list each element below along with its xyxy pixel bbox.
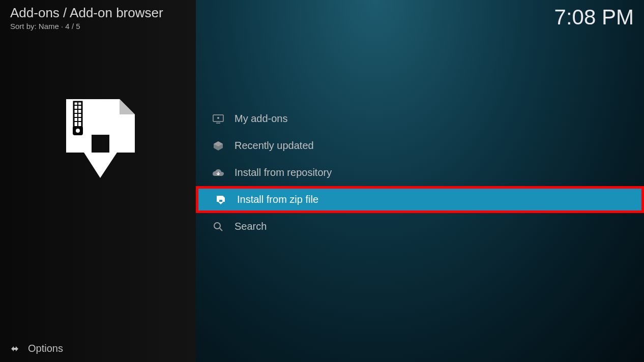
- monitor-icon: [211, 113, 225, 125]
- menu-item-label: Recently updated: [235, 140, 314, 152]
- menu-list: My add-ons Recently updated: [196, 105, 644, 240]
- menu-item-label: Install from zip file: [237, 194, 318, 205]
- menu-item-label: Install from repository: [235, 167, 332, 178]
- box-icon: [211, 140, 225, 152]
- main-content: 7:08 PM My add-ons: [196, 0, 644, 362]
- sidebar: Add-ons / Add-on browser Sort by: Name ·…: [0, 0, 196, 362]
- menu-item-search[interactable]: Search: [196, 213, 644, 240]
- cloud-download-icon: [211, 167, 225, 179]
- menu-item-recently-updated[interactable]: Recently updated: [196, 132, 644, 159]
- options-button[interactable]: Options: [8, 343, 63, 354]
- sidebar-context-icon: [10, 94, 186, 180]
- svg-point-11: [217, 117, 219, 119]
- menu-item-install-repository[interactable]: Install from repository: [196, 159, 644, 186]
- menu-item-my-addons[interactable]: My add-ons: [196, 105, 644, 132]
- menu-item-label: Search: [235, 221, 267, 232]
- options-label: Options: [28, 343, 63, 354]
- clock: 7:08 PM: [554, 5, 634, 29]
- breadcrumb: Add-ons / Add-on browser: [10, 5, 186, 21]
- sort-info: Sort by: Name · 4 / 5: [10, 22, 186, 31]
- svg-point-12: [214, 223, 220, 229]
- svg-line-13: [220, 228, 222, 231]
- menu-item-label: My add-ons: [235, 113, 288, 125]
- zip-install-icon: [214, 194, 228, 206]
- options-icon: [8, 343, 22, 354]
- menu-item-install-zip[interactable]: Install from zip file: [196, 186, 644, 213]
- search-icon: [211, 221, 225, 233]
- svg-point-8: [76, 129, 80, 133]
